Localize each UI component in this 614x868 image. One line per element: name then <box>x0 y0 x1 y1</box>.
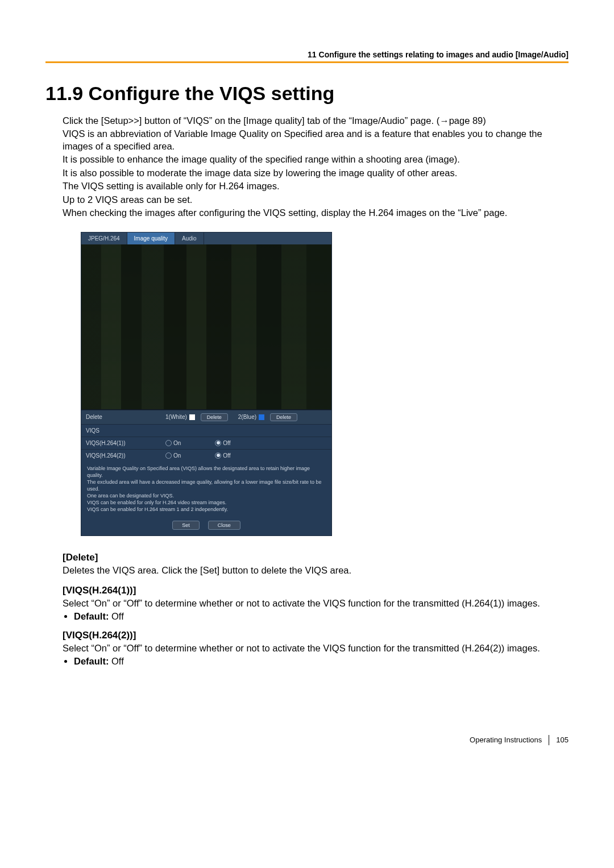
area2-label: 2(Blue) <box>238 414 256 420</box>
radio-off-label: Off <box>223 440 230 446</box>
def-h264-1-text: Select “On” or “Off” to determine whethe… <box>63 597 569 610</box>
def-h264-1-heading: [VIQS(H.264(1))] <box>63 585 569 596</box>
def-delete-text: Deletes the VIQS area. Click the [Set] b… <box>63 564 569 577</box>
row-label: VIQS(H.264(2)) <box>86 452 165 459</box>
intro-block: Click the [Setup>>] button of “VIQS” on … <box>63 115 569 219</box>
def-default: Default: Off <box>74 611 569 622</box>
running-header: 11 Configure the settings relating to im… <box>45 50 569 59</box>
radio-on-h1[interactable] <box>165 440 172 446</box>
intro-line: Click the [Setup>>] button of “VIQS” on … <box>63 115 569 127</box>
footer-page-number: 105 <box>556 736 569 744</box>
set-button[interactable]: Set <box>172 521 200 530</box>
note-line: The excluded area will have a decreased … <box>87 479 326 492</box>
panel-button-row: Set Close <box>81 517 331 535</box>
def-default: Default: Off <box>74 656 569 667</box>
radio-off-label: Off <box>223 452 230 459</box>
area1-color-swatch <box>189 414 195 420</box>
radio-off-h2[interactable] <box>215 452 221 459</box>
def-h264-2-text: Select “On” or “Off” to determine whethe… <box>63 642 569 655</box>
note-line: VIQS can be enabled for H.264 stream 1 a… <box>87 506 326 513</box>
note-line: Variable Image Quality on Specified area… <box>87 465 326 479</box>
page-footer: Operating Instructions 105 <box>45 735 569 745</box>
radio-on-label: On <box>173 452 181 459</box>
row-label: VIQS <box>86 427 165 434</box>
row-label: Delete <box>86 414 165 420</box>
intro-line: It is also possible to moderate the imag… <box>63 167 569 179</box>
row-viqs-h264-1: VIQS(H.264(1)) On Off <box>81 437 331 449</box>
tab-jpeg-h264[interactable]: JPEG/H.264 <box>81 232 127 244</box>
close-button[interactable]: Close <box>208 521 240 530</box>
footer-separator <box>549 735 549 745</box>
definitions-block: [Delete] Deletes the VIQS area. Click th… <box>63 552 569 666</box>
camera-preview[interactable] <box>81 244 331 410</box>
radio-off-h1[interactable] <box>215 440 221 446</box>
tab-audio[interactable]: Audio <box>175 232 204 244</box>
header-rule <box>45 61 569 63</box>
section-title: 11.9 Configure the VIQS setting <box>45 82 569 105</box>
intro-line: When checking the images after configuri… <box>63 207 569 219</box>
row-viqs-h264-2: VIQS(H.264(2)) On Off <box>81 449 331 462</box>
viqs-settings-panel: JPEG/H.264 Image quality Audio Delete 1(… <box>81 232 332 537</box>
intro-line: The VIQS setting is available only for H… <box>63 180 569 192</box>
settings-tabs: JPEG/H.264 Image quality Audio <box>81 232 331 244</box>
radio-on-h2[interactable] <box>165 452 172 459</box>
delete-area1-button[interactable]: Delete <box>201 413 228 421</box>
row-delete: Delete 1(White) Delete 2(Blue) Delete <box>81 410 331 424</box>
delete-area2-button[interactable]: Delete <box>270 413 297 421</box>
intro-line: VIQS is an abbreviation of Variable Imag… <box>63 128 569 152</box>
row-viqs-header: VIQS <box>81 424 331 437</box>
intro-line: It is possible to enhance the image qual… <box>63 153 569 165</box>
tab-image-quality[interactable]: Image quality <box>127 232 175 244</box>
viqs-description-note: Variable Image Quality on Specified area… <box>81 462 331 518</box>
intro-line: Up to 2 VIQS areas can be set. <box>63 194 569 206</box>
radio-on-label: On <box>173 440 181 446</box>
note-line: One area can be designated for VIQS. <box>87 492 326 499</box>
note-line: VIQS can be enabled for only for H.264 v… <box>87 499 326 506</box>
area1-label: 1(White) <box>165 414 187 420</box>
area2-color-swatch <box>259 414 264 420</box>
row-label: VIQS(H.264(1)) <box>86 440 165 446</box>
footer-doc-title: Operating Instructions <box>470 736 542 744</box>
def-delete-heading: [Delete] <box>63 552 569 563</box>
def-h264-2-heading: [VIQS(H.264(2))] <box>63 630 569 641</box>
